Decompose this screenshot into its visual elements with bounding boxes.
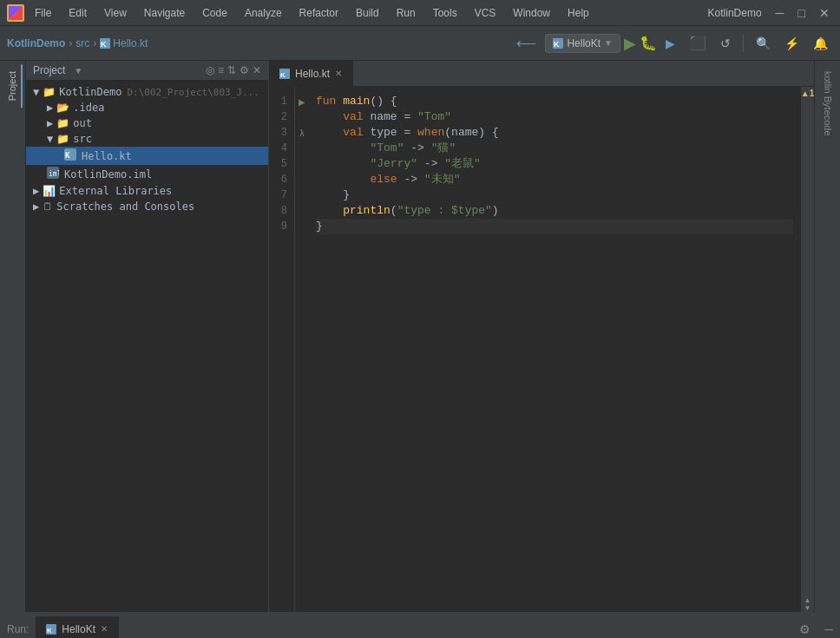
- stop-button[interactable]: ⬛: [684, 31, 712, 55]
- line-num-5: 5: [272, 156, 287, 172]
- run-tab[interactable]: K HelloKt ✕: [36, 616, 119, 639]
- tree-item-idea[interactable]: ▶ 📂 .idea: [26, 100, 268, 115]
- code-view: 1 2 3 4 5 6 7 8 9 ▶ λ: [269, 87, 814, 612]
- folder-icon-idea: 📂: [56, 102, 69, 114]
- run-button[interactable]: ▶: [624, 34, 636, 53]
- expand-icon-src: ▼: [47, 133, 53, 145]
- menu-edit[interactable]: Edit: [65, 5, 90, 21]
- warning-indicator: ▲1: [801, 89, 814, 98]
- tree-item-src[interactable]: ▼ 📁 src: [26, 131, 268, 147]
- svg-text:K: K: [65, 151, 70, 160]
- main-layout: Project Project ▼ ◎ ≡ ⇅ ⚙ ✕ ▼ 📁 KotlinDe…: [0, 61, 840, 612]
- minimize-button[interactable]: ─: [772, 6, 788, 20]
- editor-tab-hello-kt[interactable]: K Hello.kt ✕: [269, 61, 353, 87]
- window-controls: ─ □ ✕: [772, 6, 833, 20]
- menu-build[interactable]: Build: [352, 5, 383, 21]
- tree-label-scratches: Scratches and Consoles: [56, 201, 194, 213]
- code-line-5: "Jerry" -> "老鼠": [316, 156, 793, 172]
- tree-label-idea: .idea: [73, 102, 104, 114]
- file-tree: ▼ 📁 KotlinDemo D:\002_Project\003_J... ▶…: [26, 81, 268, 612]
- panel-settings-button[interactable]: ⚙: [792, 622, 817, 636]
- breadcrumb-src[interactable]: src: [75, 37, 89, 49]
- line-num-6: 6: [272, 172, 287, 187]
- bottom-panel: Run: K HelloKt ✕ ⚙ ─ ▶ ▲ ⬛ ▼ ↩ ≡ "C:\Pro…: [0, 615, 840, 638]
- menu-run[interactable]: Run: [393, 5, 419, 21]
- left-sidebar-tabs: Project: [0, 61, 26, 612]
- project-panel-header: Project ▼ ◎ ≡ ⇅ ⚙ ✕: [26, 61, 268, 81]
- debug-button[interactable]: 🐛: [640, 35, 657, 51]
- tab-close-button[interactable]: ✕: [335, 69, 342, 78]
- breadcrumb: KotlinDemo › src › K Hello.kt: [7, 37, 148, 49]
- sidebar-tab-project[interactable]: Project: [3, 64, 23, 108]
- panel-settings-gear[interactable]: ⚙: [240, 64, 249, 76]
- vcs-update-button[interactable]: ⟵: [511, 31, 541, 55]
- project-panel-title: Project: [33, 64, 65, 76]
- code-gutter: ▶ λ: [295, 87, 309, 612]
- folder-icon-src: 📁: [56, 133, 69, 145]
- run-coverage-button[interactable]: ▶: [660, 33, 680, 54]
- tree-item-root[interactable]: ▼ 📁 KotlinDemo D:\002_Project\003_J...: [26, 84, 268, 100]
- panel-minimize-button[interactable]: ─: [817, 622, 840, 636]
- project-panel: Project ▼ ◎ ≡ ⇅ ⚙ ✕ ▼ 📁 KotlinDemo D:\00…: [26, 61, 269, 612]
- panel-locate-button[interactable]: ◎: [206, 64, 214, 76]
- tree-root-name: KotlinDemo: [59, 86, 121, 98]
- code-line-9: }: [316, 219, 793, 234]
- bottom-panel-header: Run: K HelloKt ✕ ⚙ ─: [0, 616, 840, 638]
- breadcrumb-file[interactable]: K Hello.kt: [100, 37, 148, 49]
- menu-vcs[interactable]: VCS: [471, 5, 500, 21]
- right-sidebar: kotlin Bytecode: [814, 61, 840, 612]
- reload-button[interactable]: ↺: [715, 33, 736, 54]
- line-num-1: 1: [272, 94, 287, 109]
- menu-analyze[interactable]: Analyze: [241, 5, 285, 21]
- tree-item-external-libs[interactable]: ▶ 📊 External Libraries: [26, 183, 268, 199]
- menu-file[interactable]: File: [31, 5, 55, 21]
- menu-view[interactable]: View: [101, 5, 130, 21]
- panel-sort-button[interactable]: ⇅: [227, 64, 236, 76]
- tree-item-iml[interactable]: iml KotlinDemo.iml: [26, 165, 268, 183]
- expand-icon-scratches: ▶: [33, 201, 39, 213]
- line-num-9: 9: [272, 219, 287, 234]
- folder-icon-scratches: 🗒: [43, 201, 53, 213]
- panel-tools: ◎ ≡ ⇅ ⚙ ✕: [206, 64, 261, 76]
- line-numbers: 1 2 3 4 5 6 7 8 9: [269, 87, 295, 612]
- gutter-lambda: λ: [300, 125, 305, 141]
- run-tab-label: HelloKt: [62, 623, 95, 635]
- run-configuration[interactable]: K HelloKt ▼: [545, 34, 620, 53]
- code-line-8: println("type : $type"): [316, 203, 793, 219]
- run-tab-close[interactable]: ✕: [101, 624, 108, 634]
- svg-text:K: K: [554, 40, 560, 49]
- menu-help[interactable]: Help: [564, 5, 593, 21]
- panel-expand-button[interactable]: ≡: [218, 64, 224, 76]
- tree-item-out[interactable]: ▶ 📁 out: [26, 115, 268, 131]
- error-stripe: ▲1 ▲ ▼: [800, 87, 814, 612]
- file-icon-iml: iml: [47, 167, 59, 181]
- tree-item-scratches[interactable]: ▶ 🗒 Scratches and Consoles: [26, 199, 268, 214]
- breadcrumb-project[interactable]: KotlinDemo: [7, 37, 65, 49]
- menu-tools[interactable]: Tools: [430, 5, 461, 21]
- breadcrumb-sep2: ›: [93, 37, 96, 49]
- gutter-run-arrow[interactable]: ▶: [299, 94, 305, 109]
- menu-window[interactable]: Window: [509, 5, 554, 21]
- plugin-button[interactable]: ⚡: [779, 33, 804, 54]
- kotlin-bytecode-tab[interactable]: kotlin Bytecode: [819, 64, 837, 143]
- tree-label-iml: KotlinDemo.iml: [64, 168, 152, 181]
- expand-icon-root: ▼: [33, 86, 39, 98]
- search-everywhere-button[interactable]: 🔍: [751, 33, 776, 54]
- line-num-7: 7: [272, 187, 287, 203]
- app-icon: [7, 4, 24, 22]
- maximize-button[interactable]: □: [795, 6, 809, 20]
- notifications-button[interactable]: 🔔: [808, 33, 833, 54]
- tree-item-hello-kt[interactable]: K Hello.kt: [26, 147, 268, 165]
- close-button[interactable]: ✕: [816, 6, 833, 20]
- menu-navigate[interactable]: Navigate: [141, 5, 188, 21]
- code-editor[interactable]: 1 2 3 4 5 6 7 8 9 ▶ λ: [269, 87, 800, 612]
- code-content[interactable]: fun main() { val name = "Tom" val type =…: [309, 87, 800, 612]
- menu-code[interactable]: Code: [199, 5, 231, 21]
- expand-icon-out: ▶: [47, 117, 53, 129]
- menu-refactor[interactable]: Refactor: [296, 5, 342, 21]
- expand-icon-idea: ▶: [47, 102, 53, 114]
- line-num-2: 2: [272, 109, 287, 125]
- panel-close-button[interactable]: ✕: [253, 64, 261, 76]
- code-line-3: val type = when(name) {: [316, 125, 793, 141]
- code-line-7: }: [316, 187, 793, 203]
